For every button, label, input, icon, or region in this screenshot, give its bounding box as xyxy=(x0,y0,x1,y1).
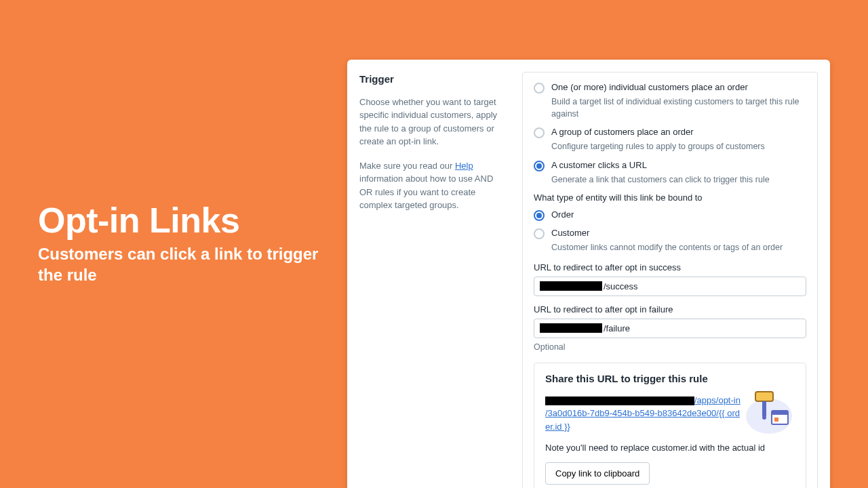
svg-rect-5 xyxy=(762,401,766,416)
radio-customer-clicks-url[interactable]: A customer clicks a URL xyxy=(534,160,806,171)
radio-url-help: Generate a link that customers can click… xyxy=(551,174,806,186)
radio-entity-customer[interactable]: Customer xyxy=(534,228,806,239)
svg-point-6 xyxy=(762,415,766,420)
redacted-text xyxy=(545,396,694,405)
entity-question: What type of entity will this link be bo… xyxy=(534,192,806,203)
redacted-text xyxy=(540,281,602,291)
redacted-text xyxy=(540,323,602,333)
trigger-para2: Make sure you read our Help information … xyxy=(359,159,509,212)
paint-roller-icon xyxy=(742,382,796,436)
radio-individual-help: Build a target list of individual existi… xyxy=(551,96,806,120)
svg-rect-2 xyxy=(772,411,788,415)
trigger-form: One (or more) individual customers place… xyxy=(522,72,818,488)
success-url-input[interactable]: /success xyxy=(534,277,806,296)
help-link[interactable]: Help xyxy=(455,161,473,171)
copy-link-button[interactable]: Copy link to clipboard xyxy=(545,462,650,485)
share-url-link[interactable]: /apps/opt-in /3a0d016b-7db9-454b-b549-b8… xyxy=(545,394,742,434)
settings-panel: Trigger Choose whether you want to targe… xyxy=(347,60,830,488)
radio-group-customers[interactable]: A group of customers place an order xyxy=(534,127,806,138)
hero-title: Opt-in Links xyxy=(38,202,323,239)
radio-individual-customers[interactable]: One (or more) individual customers place… xyxy=(534,82,806,94)
hero: Opt-in Links Customers can click a link … xyxy=(38,202,323,285)
radio-group-help: Configure targeting rules to apply to gr… xyxy=(551,141,806,153)
trigger-para1: Choose whether you want to target specif… xyxy=(359,96,509,148)
svg-rect-4 xyxy=(755,392,773,401)
failure-url-input[interactable]: /failure xyxy=(534,319,806,338)
success-url-label: URL to redirect to after opt in success xyxy=(534,262,806,272)
svg-rect-3 xyxy=(774,418,778,422)
optional-hint: Optional xyxy=(534,342,806,352)
radio-icon xyxy=(534,83,545,94)
radio-entity-order[interactable]: Order xyxy=(534,209,806,221)
trigger-description: Trigger Choose whether you want to targe… xyxy=(359,72,509,488)
trigger-heading: Trigger xyxy=(359,72,509,87)
radio-icon xyxy=(534,161,545,171)
radio-icon xyxy=(534,127,545,138)
radio-icon xyxy=(534,210,545,221)
radio-icon xyxy=(534,228,545,239)
share-note: Note you'll need to replace customer.id … xyxy=(545,443,795,453)
hero-subtitle: Customers can click a link to trigger th… xyxy=(38,243,323,285)
share-url-card: Share this URL to trigger this rule /app… xyxy=(534,363,806,489)
failure-url-label: URL to redirect to after opt in failure xyxy=(534,304,806,314)
radio-entity-customer-help: Customer links cannot modify the content… xyxy=(551,242,806,254)
